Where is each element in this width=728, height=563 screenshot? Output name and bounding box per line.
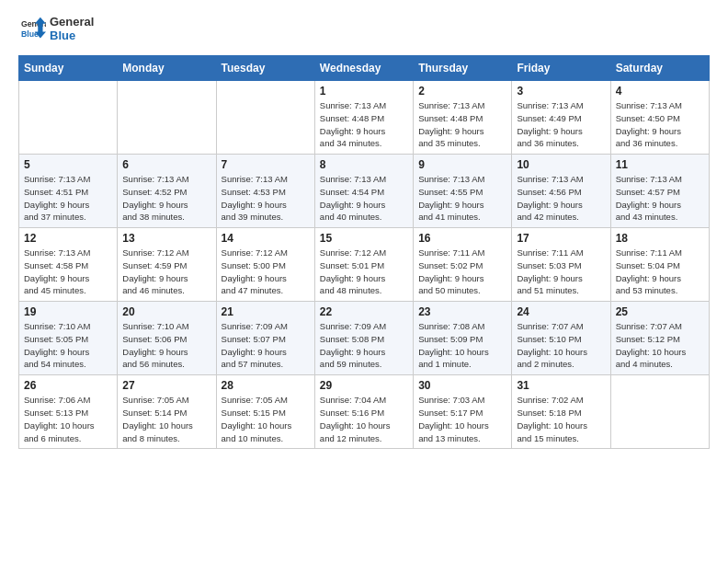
day-number: 17 — [517, 232, 605, 245]
day-number: 15 — [320, 232, 408, 245]
day-cell: 30Sunrise: 7:03 AM Sunset: 5:17 PM Dayli… — [414, 375, 512, 449]
day-info: Sunrise: 7:13 AM Sunset: 4:48 PM Dayligh… — [418, 99, 506, 150]
day-number: 22 — [320, 305, 408, 318]
day-cell: 15Sunrise: 7:12 AM Sunset: 5:01 PM Dayli… — [314, 228, 413, 302]
day-info: Sunrise: 7:03 AM Sunset: 5:17 PM Dayligh… — [418, 394, 506, 444]
day-cell: 31Sunrise: 7:02 AM Sunset: 5:18 PM Dayli… — [512, 375, 610, 449]
day-cell: 11Sunrise: 7:13 AM Sunset: 4:57 PM Dayli… — [610, 155, 709, 228]
logo-blue-text: Blue — [50, 29, 94, 42]
day-cell: 10Sunrise: 7:13 AM Sunset: 4:56 PM Dayli… — [512, 155, 610, 228]
day-cell: 28Sunrise: 7:05 AM Sunset: 5:15 PM Dayli… — [216, 375, 314, 449]
day-number: 11 — [616, 158, 704, 171]
header: General Blue General Blue — [18, 15, 710, 42]
day-cell — [19, 81, 118, 155]
day-cell — [216, 81, 314, 155]
day-cell: 5Sunrise: 7:13 AM Sunset: 4:51 PM Daylig… — [19, 155, 118, 228]
weekday-header-thursday: Thursday — [414, 56, 512, 81]
day-cell: 9Sunrise: 7:13 AM Sunset: 4:55 PM Daylig… — [414, 155, 512, 228]
day-cell: 8Sunrise: 7:13 AM Sunset: 4:54 PM Daylig… — [314, 155, 413, 228]
day-info: Sunrise: 7:12 AM Sunset: 4:59 PM Dayligh… — [122, 247, 210, 297]
day-number: 2 — [418, 85, 506, 98]
day-cell: 1Sunrise: 7:13 AM Sunset: 4:48 PM Daylig… — [314, 81, 413, 155]
day-info: Sunrise: 7:13 AM Sunset: 4:52 PM Dayligh… — [122, 173, 210, 224]
weekday-header-tuesday: Tuesday — [216, 56, 314, 81]
week-row-5: 26Sunrise: 7:06 AM Sunset: 5:13 PM Dayli… — [19, 375, 710, 449]
day-info: Sunrise: 7:06 AM Sunset: 5:13 PM Dayligh… — [24, 394, 112, 444]
day-number: 10 — [517, 158, 605, 171]
calendar: SundayMondayTuesdayWednesdayThursdayFrid… — [18, 55, 710, 449]
day-number: 9 — [418, 158, 506, 171]
day-number: 12 — [24, 232, 112, 245]
day-cell: 14Sunrise: 7:12 AM Sunset: 5:00 PM Dayli… — [216, 228, 314, 302]
day-cell: 24Sunrise: 7:07 AM Sunset: 5:10 PM Dayli… — [512, 302, 610, 375]
day-info: Sunrise: 7:13 AM Sunset: 4:50 PM Dayligh… — [616, 99, 704, 150]
day-info: Sunrise: 7:13 AM Sunset: 4:53 PM Dayligh… — [222, 173, 310, 224]
weekday-header-friday: Friday — [512, 56, 610, 81]
day-info: Sunrise: 7:13 AM Sunset: 4:49 PM Dayligh… — [517, 99, 605, 150]
day-cell: 13Sunrise: 7:12 AM Sunset: 4:59 PM Dayli… — [118, 228, 216, 302]
day-info: Sunrise: 7:07 AM Sunset: 5:12 PM Dayligh… — [616, 320, 704, 371]
day-cell: 19Sunrise: 7:10 AM Sunset: 5:05 PM Dayli… — [19, 302, 118, 375]
day-number: 19 — [24, 305, 112, 318]
day-number: 20 — [122, 305, 210, 318]
page: General Blue General Blue SundayMondayTu… — [0, 0, 728, 467]
day-info: Sunrise: 7:13 AM Sunset: 4:51 PM Dayligh… — [24, 173, 112, 224]
day-info: Sunrise: 7:04 AM Sunset: 5:16 PM Dayligh… — [320, 394, 408, 444]
day-cell: 12Sunrise: 7:13 AM Sunset: 4:58 PM Dayli… — [19, 228, 118, 302]
day-info: Sunrise: 7:13 AM Sunset: 4:57 PM Dayligh… — [616, 173, 704, 224]
weekday-header-monday: Monday — [118, 56, 216, 81]
day-cell: 20Sunrise: 7:10 AM Sunset: 5:06 PM Dayli… — [118, 302, 216, 375]
day-number: 21 — [222, 305, 310, 318]
day-cell: 17Sunrise: 7:11 AM Sunset: 5:03 PM Dayli… — [512, 228, 610, 302]
week-row-2: 5Sunrise: 7:13 AM Sunset: 4:51 PM Daylig… — [19, 155, 710, 228]
day-cell: 7Sunrise: 7:13 AM Sunset: 4:53 PM Daylig… — [216, 155, 314, 228]
day-number: 4 — [616, 85, 704, 98]
day-info: Sunrise: 7:13 AM Sunset: 4:54 PM Dayligh… — [320, 173, 408, 224]
logo-general-text: General — [50, 15, 94, 29]
day-info: Sunrise: 7:02 AM Sunset: 5:18 PM Dayligh… — [517, 394, 605, 444]
week-row-3: 12Sunrise: 7:13 AM Sunset: 4:58 PM Dayli… — [19, 228, 710, 302]
day-info: Sunrise: 7:10 AM Sunset: 5:05 PM Dayligh… — [24, 320, 112, 371]
day-info: Sunrise: 7:09 AM Sunset: 5:07 PM Dayligh… — [222, 320, 310, 371]
day-info: Sunrise: 7:13 AM Sunset: 4:55 PM Dayligh… — [418, 173, 506, 224]
day-number: 14 — [222, 232, 310, 245]
day-cell: 25Sunrise: 7:07 AM Sunset: 5:12 PM Dayli… — [610, 302, 709, 375]
weekday-header-wednesday: Wednesday — [314, 56, 413, 81]
day-number: 7 — [222, 158, 310, 171]
day-cell: 6Sunrise: 7:13 AM Sunset: 4:52 PM Daylig… — [118, 155, 216, 228]
day-cell: 2Sunrise: 7:13 AM Sunset: 4:48 PM Daylig… — [414, 81, 512, 155]
logo-icon: General Blue — [20, 16, 46, 41]
day-cell: 27Sunrise: 7:05 AM Sunset: 5:14 PM Dayli… — [118, 375, 216, 449]
weekday-header-sunday: Sunday — [19, 56, 118, 81]
day-number: 29 — [320, 379, 408, 392]
day-info: Sunrise: 7:10 AM Sunset: 5:06 PM Dayligh… — [122, 320, 210, 371]
day-info: Sunrise: 7:12 AM Sunset: 5:00 PM Dayligh… — [222, 247, 310, 297]
day-number: 5 — [24, 158, 112, 171]
week-row-4: 19Sunrise: 7:10 AM Sunset: 5:05 PM Dayli… — [19, 302, 710, 375]
day-cell — [610, 375, 709, 449]
day-number: 30 — [418, 379, 506, 392]
day-number: 6 — [122, 158, 210, 171]
day-number: 18 — [616, 232, 704, 245]
svg-text:Blue: Blue — [21, 29, 39, 39]
day-number: 1 — [320, 85, 408, 98]
week-row-1: 1Sunrise: 7:13 AM Sunset: 4:48 PM Daylig… — [19, 81, 710, 155]
day-info: Sunrise: 7:08 AM Sunset: 5:09 PM Dayligh… — [418, 320, 506, 371]
day-number: 16 — [418, 232, 506, 245]
day-info: Sunrise: 7:11 AM Sunset: 5:04 PM Dayligh… — [616, 247, 704, 297]
day-info: Sunrise: 7:09 AM Sunset: 5:08 PM Dayligh… — [320, 320, 408, 371]
day-info: Sunrise: 7:13 AM Sunset: 4:48 PM Dayligh… — [320, 99, 408, 150]
day-info: Sunrise: 7:05 AM Sunset: 5:14 PM Dayligh… — [122, 394, 210, 444]
day-cell: 4Sunrise: 7:13 AM Sunset: 4:50 PM Daylig… — [610, 81, 709, 155]
day-info: Sunrise: 7:07 AM Sunset: 5:10 PM Dayligh… — [517, 320, 605, 371]
day-number: 28 — [222, 379, 310, 392]
weekday-header-row: SundayMondayTuesdayWednesdayThursdayFrid… — [19, 56, 710, 81]
day-info: Sunrise: 7:13 AM Sunset: 4:58 PM Dayligh… — [24, 247, 112, 297]
day-info: Sunrise: 7:11 AM Sunset: 5:03 PM Dayligh… — [517, 247, 605, 297]
day-number: 25 — [616, 305, 704, 318]
day-number: 24 — [517, 305, 605, 318]
day-info: Sunrise: 7:11 AM Sunset: 5:02 PM Dayligh… — [418, 247, 506, 297]
day-number: 23 — [418, 305, 506, 318]
day-cell: 23Sunrise: 7:08 AM Sunset: 5:09 PM Dayli… — [414, 302, 512, 375]
day-info: Sunrise: 7:13 AM Sunset: 4:56 PM Dayligh… — [517, 173, 605, 224]
